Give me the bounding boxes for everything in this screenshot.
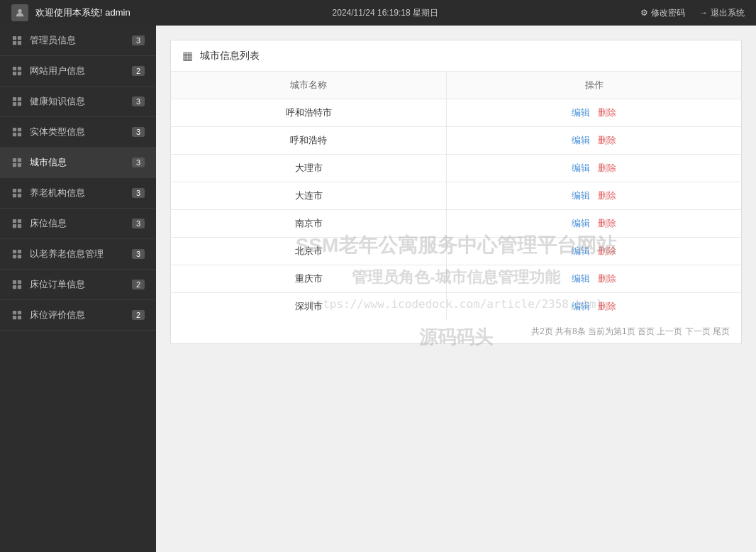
logout-label: 退出系统 [711,7,745,19]
edit-button[interactable]: 编辑 [572,135,590,145]
svg-rect-14 [18,128,21,131]
svg-rect-13 [13,128,16,131]
edit-button[interactable]: 编辑 [572,245,590,256]
svg-rect-17 [13,158,16,162]
action-cell: 编辑 删除 [447,265,741,293]
sidebar-item-6[interactable]: 床位信息 3 [0,209,156,239]
sidebar: 管理员信息 3 网站用户信息 2 健康知识信息 3 [0,26,156,552]
table-row: 大连市 编辑 删除 [171,182,741,210]
delete-button[interactable]: 删除 [598,301,616,311]
sidebar-item-4[interactable]: 城市信息 3 [0,148,156,178]
svg-rect-38 [18,311,21,314]
table-row: 呼和浩特 编辑 删除 [171,127,741,155]
edit-button[interactable]: 编辑 [572,273,590,284]
svg-rect-29 [13,250,16,253]
delete-button[interactable]: 删除 [598,273,616,284]
sidebar-item-label-4: 城市信息 [30,156,67,169]
svg-rect-7 [13,72,16,75]
action-cell: 编辑 删除 [447,210,741,238]
change-password-button[interactable]: ⚙ 修改密码 [640,7,685,19]
sidebar-badge-1: 2 [132,66,145,76]
sidebar-item-2[interactable]: 健康知识信息 3 [0,87,156,117]
edit-button[interactable]: 编辑 [572,301,590,311]
svg-rect-27 [13,224,16,228]
sidebar-menu-icon-3 [11,126,23,138]
sidebar-item-label-0: 管理员信息 [30,34,76,47]
sidebar-badge-9: 2 [132,310,145,320]
svg-rect-6 [18,67,21,70]
sidebar-item-8[interactable]: 床位订单信息 2 [0,270,156,300]
sidebar-item-5[interactable]: 养老机构信息 3 [0,178,156,209]
edit-button[interactable]: 编辑 [572,218,590,228]
sidebar-item-0[interactable]: 管理员信息 3 [0,26,156,56]
table-row: 北京市 编辑 删除 [171,238,741,265]
svg-rect-24 [18,194,21,197]
svg-rect-18 [18,158,21,162]
svg-rect-36 [18,285,21,289]
sidebar-item-left-3: 实体类型信息 [11,126,85,138]
sidebar-item-label-1: 网站用户信息 [30,65,85,77]
delete-button[interactable]: 删除 [598,135,616,145]
svg-rect-26 [18,219,21,223]
svg-rect-39 [13,316,16,319]
svg-rect-12 [18,102,21,106]
svg-rect-20 [18,163,21,167]
sidebar-item-1[interactable]: 网站用户信息 2 [0,56,156,87]
avatar-icon [11,4,28,21]
edit-button[interactable]: 编辑 [572,107,590,118]
svg-rect-15 [13,133,16,136]
delete-button[interactable]: 删除 [598,107,616,118]
svg-rect-10 [18,97,21,101]
svg-rect-21 [13,189,16,192]
action-cell: 编辑 删除 [447,99,741,127]
sidebar-item-3[interactable]: 实体类型信息 3 [0,117,156,148]
table-card-header: ▦ 城市信息列表 [171,40,741,72]
svg-rect-28 [18,224,21,228]
sidebar-menu-icon-5 [11,187,23,199]
city-name-cell: 重庆市 [171,265,447,293]
delete-button[interactable]: 删除 [598,162,616,173]
sidebar-badge-3: 3 [132,127,145,137]
header-right: ⚙ 修改密码 → 退出系统 [640,7,745,19]
city-name-cell: 南京市 [171,210,447,238]
svg-rect-35 [13,285,16,289]
col-header-name: 城市名称 [171,72,447,99]
sidebar-badge-6: 3 [132,219,145,228]
svg-rect-30 [18,250,21,253]
table-title: 城市信息列表 [200,50,260,62]
svg-rect-3 [13,41,16,45]
main-layout: 管理员信息 3 网站用户信息 2 健康知识信息 3 [0,26,756,552]
svg-rect-16 [18,133,21,136]
sidebar-item-label-3: 实体类型信息 [30,126,85,138]
table-row: 大理市 编辑 删除 [171,155,741,182]
logout-button[interactable]: → 退出系统 [699,7,745,19]
svg-rect-22 [18,189,21,192]
action-cell: 编辑 删除 [447,182,741,210]
sidebar-item-left-5: 养老机构信息 [11,187,85,199]
action-cell: 编辑 删除 [447,293,741,321]
pagination-row: 共2页 共有8条 当前为第1页 首页 上一页 下一页 尾页 [171,320,741,343]
header: 欢迎使用本系统! admin 2024/11/24 16:19:18 星期日 ⚙… [0,0,756,26]
col-header-action: 操作 [447,72,741,99]
delete-button[interactable]: 删除 [598,245,616,256]
delete-button[interactable]: 删除 [598,190,616,201]
sidebar-item-7[interactable]: 以老养老信息管理 3 [0,239,156,270]
gear-icon: ⚙ [640,8,648,18]
table-header-row: 城市名称 操作 [171,72,741,99]
sidebar-item-left-7: 以老养老信息管理 [11,248,104,260]
svg-rect-34 [18,280,21,284]
edit-button[interactable]: 编辑 [572,190,590,201]
datetime-text: 2024/11/24 16:19:18 星期日 [333,7,438,19]
svg-rect-37 [13,311,16,314]
edit-button[interactable]: 编辑 [572,162,590,173]
delete-button[interactable]: 删除 [598,218,616,228]
sidebar-item-label-9: 床位评价信息 [30,309,85,321]
svg-rect-32 [18,255,21,258]
change-password-label: 修改密码 [651,7,685,19]
sidebar-item-9[interactable]: 床位评价信息 2 [0,300,156,331]
sidebar-badge-7: 3 [132,249,145,259]
sidebar-menu-icon-6 [11,218,23,229]
sidebar-item-left-8: 床位订单信息 [11,278,85,291]
header-datetime: 2024/11/24 16:19:18 星期日 [333,7,438,19]
content-area: ▦ 城市信息列表 城市名称 操作 呼和浩特市 编辑 删除 呼和浩特 [156,26,756,552]
